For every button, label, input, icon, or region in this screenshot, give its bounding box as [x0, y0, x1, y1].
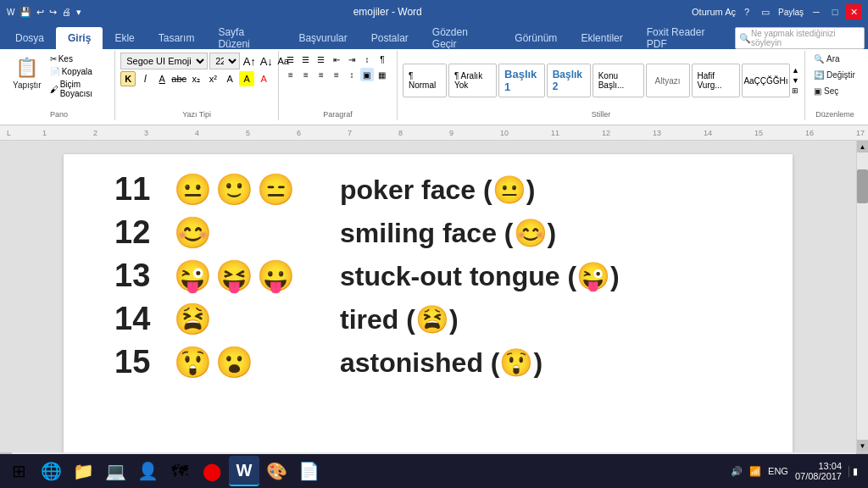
select-button[interactable]: ▣ Seç — [810, 85, 859, 97]
taskbar-edge-button[interactable]: 🌐 — [36, 456, 66, 486]
numbered-list-button[interactable]: ☰ — [299, 53, 313, 66]
increase-indent-button[interactable]: ⇥ — [345, 53, 359, 66]
cut-button[interactable]: ✂ Kes — [47, 53, 110, 65]
tab-giris[interactable]: Giriş — [56, 27, 103, 49]
tab-ekle[interactable]: Ekle — [103, 27, 146, 49]
tab-sayfa-duzeni[interactable]: Sayfa Düzeni — [206, 27, 287, 49]
text-effects-button[interactable]: A — [222, 71, 237, 86]
tab-eklentiler[interactable]: Eklentiler — [569, 27, 634, 49]
tab-gorunum[interactable]: Görünüm — [503, 27, 569, 49]
superscript-button[interactable]: x² — [205, 71, 220, 86]
align-right-button[interactable]: ≡ — [314, 68, 328, 81]
format-painter-button[interactable]: 🖌 Biçim Boyacısı — [47, 78, 110, 100]
tab-basvurular[interactable]: Başvurular — [287, 27, 359, 49]
align-center-button[interactable]: ≡ — [299, 68, 313, 81]
border-button[interactable]: ▦ — [376, 68, 389, 81]
emoji-13-2: 😝 — [215, 258, 253, 294]
font-grow-button[interactable]: A↑ — [242, 53, 257, 69]
taskbar-pdf-button[interactable]: 📄 — [293, 456, 324, 486]
ribbon-tab-bar: Dosya Giriş Ekle Tasarım Sayfa Düzeni Ba… — [0, 24, 868, 49]
styles-up-button[interactable]: ▲ — [792, 66, 799, 75]
line-num-11: 11 — [114, 171, 174, 208]
line-num-12: 12 — [114, 214, 174, 251]
style-no-spacing[interactable]: ¶ Aralık Yok — [448, 64, 497, 97]
styles-down-button[interactable]: ▼ — [792, 76, 799, 85]
scroll-thumb[interactable] — [857, 169, 868, 203]
multilevel-list-button[interactable]: ☰ — [314, 53, 328, 66]
ribbon-search[interactable]: 🔍 Ne yapmak istediğinizi söyleyin — [735, 27, 865, 49]
clock[interactable]: 13:04 07/08/2017 — [795, 461, 842, 481]
taskbar-cortana-button[interactable]: 💻 — [100, 456, 131, 486]
quick-print-icon[interactable]: 🖨 — [60, 6, 73, 18]
taskbar-start-button[interactable]: ⊞ — [3, 456, 34, 486]
close-button[interactable]: ✕ — [846, 4, 861, 19]
minimize-button[interactable]: ─ — [809, 4, 824, 19]
scroll-down-button[interactable]: ▼ — [857, 440, 869, 452]
taskbar-maps-button[interactable]: 🗺 — [164, 456, 195, 486]
text-highlight-button[interactable]: A — [239, 71, 254, 86]
person-icon: 👤 — [137, 461, 159, 481]
scroll-up-button[interactable]: ▲ — [857, 141, 869, 152]
tab-dosya[interactable]: Dosya — [3, 27, 56, 49]
font-name-select[interactable]: Segoe UI Emoji — [120, 53, 208, 69]
show-marks-button[interactable]: ¶ — [376, 53, 389, 66]
replace-button[interactable]: 🔄 Değiştir — [810, 69, 859, 81]
signin-link[interactable]: Oturum Aç — [692, 7, 736, 17]
shading-button[interactable]: ▣ — [360, 68, 374, 81]
app-title: emojiler - Word — [353, 6, 422, 18]
find-button[interactable]: 🔍 Ara — [810, 53, 859, 65]
maximize-button[interactable]: □ — [827, 4, 843, 19]
font-shrink-button[interactable]: A↓ — [259, 53, 274, 69]
bold-button[interactable]: K — [120, 71, 136, 86]
justify-button[interactable]: ≡ — [330, 68, 343, 81]
align-left-button[interactable]: ≡ — [284, 68, 298, 81]
style-normal[interactable]: ¶ Normal — [403, 64, 447, 97]
font-color-button[interactable]: A — [256, 71, 271, 86]
desc-12: smiling face (😊) — [340, 217, 556, 249]
decrease-indent-button[interactable]: ⇤ — [330, 53, 343, 66]
qat-dropdown-icon[interactable]: ▾ — [75, 6, 83, 19]
style-title[interactable]: Konu Başlı... — [593, 64, 644, 97]
strikethrough-button[interactable]: abc — [171, 71, 186, 86]
tab-tasarim[interactable]: Tasarım — [147, 27, 207, 49]
subscript-button[interactable]: x₂ — [188, 71, 203, 86]
paint-icon: 🎨 — [266, 461, 287, 481]
styles-expand-button[interactable]: ⊞ — [792, 86, 799, 95]
save-icon[interactable]: 💾 — [18, 6, 33, 19]
copy-button[interactable]: 📄 Kopyala — [47, 65, 110, 78]
italic-button[interactable]: İ — [137, 71, 153, 86]
redo-icon[interactable]: ↪ — [47, 6, 58, 19]
ribbon-display-icon[interactable]: ▭ — [758, 4, 773, 19]
bullet-list-button[interactable]: ☰ — [284, 53, 298, 66]
undo-icon[interactable]: ↩ — [35, 6, 46, 19]
taskbar-explorer-button[interactable]: 📁 — [68, 456, 98, 486]
font-size-select[interactable]: 22 — [209, 53, 240, 69]
taskbar-red-app-button[interactable]: ⬤ — [197, 456, 227, 486]
tab-foxit[interactable]: Foxit Reader PDF — [635, 27, 735, 49]
style-more[interactable]: AaÇÇĞĞHı — [742, 64, 790, 97]
underline-button[interactable]: A — [154, 71, 170, 86]
taskbar-word-button[interactable]: W — [229, 456, 259, 486]
tab-postalar[interactable]: Postalar — [359, 27, 420, 49]
emoji-area-11: 😐 🙂 😑 — [174, 172, 326, 208]
vertical-scrollbar[interactable]: ▲ ▼ — [856, 141, 868, 452]
taskbar-person-button[interactable]: 👤 — [132, 456, 163, 486]
language-tray[interactable]: ENG — [768, 466, 788, 476]
paste-button[interactable]: 📋 Yapıştır — [8, 53, 46, 94]
share-button[interactable]: Paylaş — [778, 8, 804, 17]
line-spacing-button[interactable]: ↕ — [345, 68, 359, 81]
style-subtitle[interactable]: Altyazı — [646, 64, 690, 97]
tab-gozden-gecir[interactable]: Gözden Geçir — [420, 27, 504, 49]
help-icon[interactable]: ? — [739, 4, 754, 19]
style-heading1[interactable]: Başlık 1 — [498, 64, 545, 97]
volume-icon[interactable]: 🔊 — [731, 466, 743, 477]
show-desktop-button[interactable]: ▮ — [849, 466, 858, 477]
taskbar-paint-button[interactable]: 🎨 — [261, 456, 292, 486]
emoji-15-2: 😮 — [215, 345, 253, 380]
network-icon[interactable]: 📶 — [749, 466, 761, 477]
style-heading2[interactable]: Başlık 2 — [547, 64, 591, 97]
document-area: 11 😐 🙂 😑 poker face (😐) 12 😊 smiling fac… — [0, 141, 856, 458]
sort-button[interactable]: ↕ — [360, 53, 374, 66]
style-subtle-em[interactable]: Hafif Vurg... — [692, 64, 740, 97]
scroll-track[interactable] — [857, 152, 868, 440]
